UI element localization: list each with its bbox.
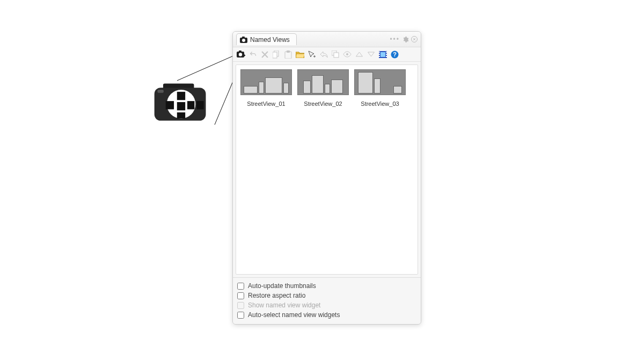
view-thumbnail xyxy=(354,69,406,95)
film-icon[interactable] xyxy=(378,49,387,59)
close-icon[interactable] xyxy=(411,36,418,42)
svg-rect-39 xyxy=(386,52,387,53)
view-label: StreetView_01 xyxy=(247,100,285,107)
checkbox-auto-update[interactable] xyxy=(237,283,244,290)
svg-rect-40 xyxy=(386,54,387,55)
svg-rect-37 xyxy=(379,54,380,55)
panel-menu-dots-icon[interactable]: ••• xyxy=(390,35,400,43)
svg-point-20 xyxy=(239,53,242,56)
checkbox-show-widget[interactable] xyxy=(237,302,244,309)
view-item[interactable]: StreetView_01 xyxy=(240,69,292,107)
select-icon[interactable] xyxy=(307,49,317,59)
svg-rect-22 xyxy=(244,54,245,57)
option-show-widget: Show named view widget xyxy=(237,300,416,310)
svg-rect-32 xyxy=(334,53,339,57)
eye-icon xyxy=(342,49,352,59)
option-restore-aspect[interactable]: Restore aspect ratio xyxy=(237,291,416,300)
paste-icon xyxy=(283,49,293,59)
copy-icon xyxy=(272,49,281,59)
gear-icon[interactable] xyxy=(402,36,409,43)
option-auto-select[interactable]: Auto-select named view widgets xyxy=(237,310,416,320)
svg-rect-6 xyxy=(177,102,185,110)
named-views-panel: Named Views ••• ? StreetView_01StreetVie… xyxy=(232,31,421,325)
svg-point-14 xyxy=(242,39,245,42)
view-item[interactable]: StreetView_03 xyxy=(354,69,406,107)
views-area: StreetView_01StreetView_02StreetView_03 xyxy=(236,64,418,275)
svg-rect-38 xyxy=(379,56,380,57)
option-label: Restore aspect ratio xyxy=(248,292,305,299)
reply-icon xyxy=(319,49,328,59)
view-thumbnail xyxy=(297,69,349,95)
svg-rect-11 xyxy=(157,90,164,93)
duplicate-icon xyxy=(331,49,340,59)
view-label: StreetView_03 xyxy=(361,100,399,107)
up-triangle-icon xyxy=(354,49,364,59)
option-label: Auto-select named view widgets xyxy=(248,311,340,319)
svg-point-33 xyxy=(346,53,348,55)
checkbox-restore-aspect[interactable] xyxy=(237,292,244,299)
svg-text:?: ? xyxy=(393,51,397,57)
checkbox-auto-select[interactable] xyxy=(237,312,244,319)
svg-rect-10 xyxy=(196,101,203,109)
option-label: Show named view widget xyxy=(248,301,320,309)
svg-rect-8 xyxy=(166,101,174,109)
svg-rect-36 xyxy=(379,52,380,53)
panel-title: Named Views xyxy=(250,36,290,44)
panel-toolbar: ? xyxy=(233,47,421,62)
svg-rect-26 xyxy=(273,52,277,58)
callout-camera-plus-icon xyxy=(150,75,212,129)
svg-rect-41 xyxy=(386,56,387,57)
svg-rect-5 xyxy=(177,92,185,100)
svg-rect-9 xyxy=(187,101,194,109)
view-item[interactable]: StreetView_02 xyxy=(297,69,349,107)
delete-icon xyxy=(260,49,269,59)
help-icon[interactable]: ? xyxy=(390,49,399,59)
svg-rect-35 xyxy=(380,52,385,57)
camera-icon xyxy=(240,37,247,43)
new-view-icon[interactable] xyxy=(236,49,246,59)
option-label: Auto-update thumbnails xyxy=(248,282,316,290)
svg-rect-7 xyxy=(177,112,185,119)
open-folder-icon[interactable] xyxy=(295,49,305,59)
panel-titlebar: Named Views ••• xyxy=(233,32,421,47)
view-thumbnail xyxy=(240,69,292,95)
undo-icon xyxy=(248,49,258,59)
panel-options: Auto-update thumbnails Restore aspect ra… xyxy=(233,277,421,324)
option-auto-update[interactable]: Auto-update thumbnails xyxy=(237,281,416,291)
panel-tab[interactable]: Named Views xyxy=(236,33,297,45)
down-triangle-icon xyxy=(366,49,376,59)
view-label: StreetView_02 xyxy=(304,100,342,107)
svg-rect-28 xyxy=(287,51,290,53)
